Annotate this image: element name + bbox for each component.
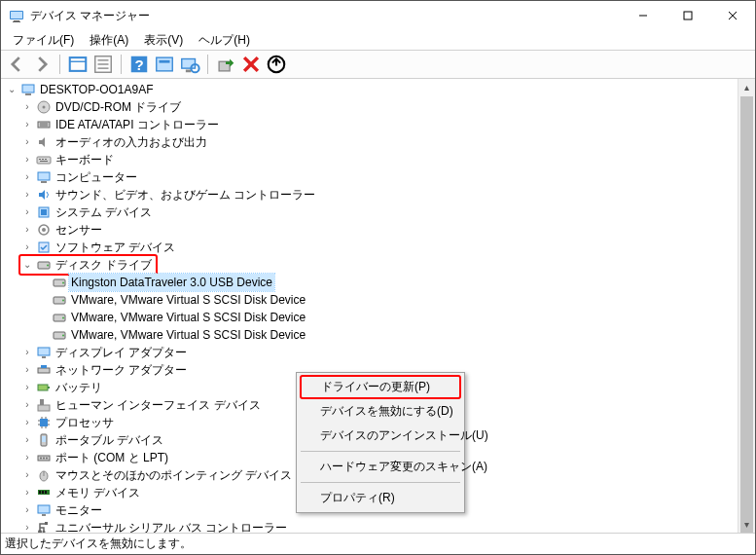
expander-icon[interactable]: › [20, 153, 34, 166]
expander-icon[interactable]: › [20, 416, 34, 429]
svg-rect-81 [39, 491, 41, 494]
back-button[interactable] [5, 53, 28, 76]
expander-icon[interactable]: › [20, 433, 34, 447]
device-label: Kingston DataTraveler 3.0 USB Device [69, 274, 274, 291]
tree-category[interactable]: ›キーボード [5, 151, 738, 168]
expander-icon[interactable]: › [20, 363, 34, 377]
tree-device-disk[interactable]: Kingston DataTraveler 3.0 USB Device [5, 274, 738, 291]
tree-device-disk[interactable]: VMware, VMware Virtual S SCSI Disk Devic… [5, 291, 738, 309]
svg-point-48 [62, 282, 64, 284]
expander-icon[interactable]: ⌄ [5, 83, 18, 96]
category-label: ポータブル デバイス [54, 431, 165, 449]
menu-help[interactable]: ヘルプ(H) [191, 30, 258, 51]
network-icon [36, 362, 52, 378]
toolbar: ? [1, 50, 755, 79]
toolbar-separator [121, 55, 122, 74]
toolbar-separator [59, 55, 60, 74]
disable-device-button[interactable] [239, 53, 263, 76]
category-label: オーディオの入力および出力 [54, 133, 209, 151]
ctx-uninstall-device[interactable]: デバイスのアンインストール(U) [299, 424, 462, 448]
tree-category[interactable]: ›オーディオの入力および出力 [5, 133, 738, 151]
expander-icon[interactable]: › [20, 398, 34, 412]
titlebar: デバイス マネージャー [1, 1, 755, 30]
tree-category[interactable]: ›IDE ATA/ATAPI コントローラー [5, 116, 738, 133]
menu-action[interactable]: 操作(A) [82, 30, 136, 51]
expander-icon[interactable]: › [20, 381, 34, 394]
tree-category-disk[interactable]: ⌄ ディスク ドライブ [5, 256, 738, 274]
tree-device-disk[interactable]: VMware, VMware Virtual S SCSI Disk Devic… [5, 326, 738, 344]
svg-rect-34 [39, 159, 41, 160]
svg-point-46 [47, 265, 49, 267]
expander-icon[interactable]: ⌄ [20, 258, 34, 272]
svg-rect-84 [38, 505, 50, 513]
update-driver-button[interactable] [214, 53, 237, 76]
expander-icon[interactable]: › [20, 100, 34, 114]
svg-point-29 [43, 106, 46, 109]
scroll-down-arrow[interactable]: ▾ [738, 516, 755, 533]
expander-icon[interactable]: › [20, 486, 34, 500]
ctx-update-driver[interactable]: ドライバーの更新(P) [300, 375, 461, 399]
svg-rect-57 [38, 368, 50, 373]
tree-category[interactable]: ›センサー [5, 221, 738, 239]
tree-category[interactable]: ›システム デバイス [5, 204, 738, 221]
tree-category[interactable]: ›DVD/CD-ROM ドライブ [5, 98, 738, 116]
svg-rect-41 [41, 209, 47, 215]
software-icon [36, 240, 52, 255]
forward-button[interactable] [30, 53, 54, 76]
help-button[interactable]: ? [127, 53, 151, 76]
svg-rect-55 [38, 348, 50, 355]
svg-rect-3 [13, 21, 20, 22]
keyboard-icon [36, 152, 52, 167]
expander-icon[interactable]: › [20, 468, 34, 482]
expander-icon[interactable]: › [20, 503, 34, 517]
ctx-properties[interactable]: プロパティ(R) [299, 486, 462, 510]
tree-root[interactable]: ⌄ DESKTOP-OO1A9AF [5, 81, 738, 98]
hid-icon [36, 397, 52, 413]
show-hidden-button[interactable] [66, 53, 90, 76]
ctx-disable-device[interactable]: デバイスを無効にする(D) [299, 399, 462, 424]
menu-view[interactable]: 表示(V) [136, 30, 191, 51]
uninstall-device-button[interactable] [265, 53, 288, 76]
tree-category[interactable]: ›サウンド、ビデオ、およびゲーム コントローラー [5, 186, 738, 204]
menu-file[interactable]: ファイル(F) [5, 30, 82, 51]
tree-category[interactable]: ›ユニバーサル シリアル バス コントローラー [5, 519, 738, 533]
ctx-scan-hardware[interactable]: ハードウェア変更のスキャン(A) [299, 455, 462, 479]
svg-point-88 [43, 531, 46, 534]
expander-icon[interactable]: › [20, 451, 34, 464]
action-button[interactable] [153, 53, 176, 76]
expander-icon[interactable]: › [20, 170, 34, 184]
tree-device-disk[interactable]: VMware, VMware Virtual S SCSI Disk Devic… [5, 309, 738, 326]
close-button[interactable] [710, 1, 755, 30]
svg-point-75 [40, 458, 42, 460]
toolbar-separator [207, 55, 208, 74]
sensor-icon [36, 222, 52, 238]
properties-button[interactable] [91, 53, 115, 76]
expander-icon[interactable]: › [20, 223, 34, 237]
vertical-scrollbar[interactable]: ▴ ▾ [738, 79, 755, 533]
expander-icon[interactable]: › [20, 205, 34, 219]
monitor-icon [36, 502, 52, 518]
tree-category[interactable]: ›コンピューター [5, 168, 738, 186]
expander-icon[interactable]: › [20, 240, 34, 254]
expander-icon[interactable]: › [20, 135, 34, 149]
scroll-up-arrow[interactable]: ▴ [738, 79, 755, 95]
svg-rect-5 [684, 12, 692, 19]
svg-rect-36 [45, 159, 47, 160]
tree-category[interactable]: ›ディスプレイ アダプター [5, 344, 738, 361]
category-label: コンピューター [54, 168, 139, 186]
svg-rect-16 [157, 57, 173, 71]
expander-icon[interactable]: › [20, 188, 34, 202]
battery-icon [36, 380, 52, 395]
maximize-button[interactable] [666, 1, 710, 30]
scroll-thumb[interactable] [740, 96, 753, 533]
expander-icon[interactable]: › [20, 521, 34, 533]
expander-icon[interactable]: › [20, 346, 34, 359]
svg-rect-26 [22, 85, 34, 92]
scan-hardware-button[interactable] [178, 53, 201, 76]
expander-icon[interactable]: › [20, 118, 34, 131]
svg-rect-1 [11, 12, 22, 18]
minimize-button[interactable] [621, 1, 666, 30]
svg-point-43 [42, 228, 46, 232]
svg-rect-35 [42, 159, 44, 160]
category-label: ディスク ドライブ [54, 256, 154, 274]
